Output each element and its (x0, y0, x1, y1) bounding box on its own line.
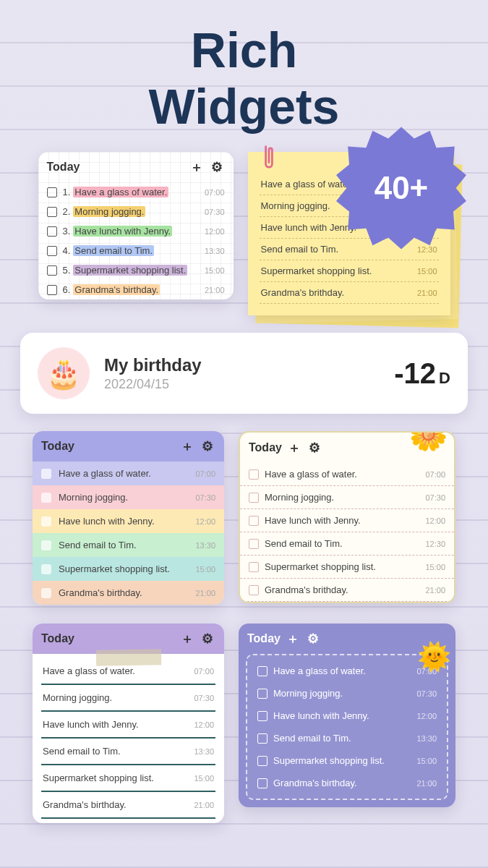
add-icon[interactable]: ＋ (285, 631, 301, 647)
task-row[interactable]: 6. Grandma's birthday. 21:00 (38, 280, 234, 299)
checkbox[interactable] (257, 711, 267, 721)
task-row[interactable]: 2. Morning jogging. 07:30 (38, 202, 234, 221)
task-time: 12:00 (425, 516, 445, 525)
task-label: Have lunch with Jenny. (43, 719, 189, 730)
checkbox[interactable] (249, 539, 259, 549)
task-time: 15:00 (195, 565, 215, 574)
task-row[interactable]: 1. Have a glass of water. 07:00 (38, 182, 234, 202)
checkbox[interactable] (249, 562, 259, 572)
checkbox[interactable] (257, 666, 267, 676)
task-row[interactable]: Morning jogging. 07:30 (250, 682, 444, 705)
add-icon[interactable]: ＋ (179, 631, 195, 647)
task-label: Have a glass of water. (273, 665, 412, 676)
task-row[interactable]: Supermarket shopping list. 15:00 (41, 765, 215, 792)
checkbox[interactable] (257, 756, 267, 766)
task-row[interactable]: 4. Send email to Tim. 13:30 (38, 241, 234, 260)
widget-title: Today (41, 632, 74, 645)
task-row[interactable]: Supermarket shopping list. 15:00 (240, 556, 454, 579)
task-time: 21:00 (194, 801, 214, 809)
checkbox[interactable] (47, 246, 57, 256)
task-row[interactable]: Grandma's brithday. 21:00 (240, 579, 454, 602)
checkbox[interactable] (41, 588, 51, 598)
task-row[interactable]: Send email to Tim. 13:30 (41, 739, 215, 765)
widget-grid-todo[interactable]: Today ＋ ⚙ 1. Have a glass of water. 07:0… (38, 152, 234, 299)
task-label: Send email to Tim. (43, 746, 189, 757)
task-number: 5. (63, 265, 71, 276)
gear-icon[interactable]: ⚙ (209, 159, 225, 175)
task-label: Morning jogging. (265, 492, 421, 503)
gear-icon[interactable]: ⚙ (307, 440, 322, 456)
task-label: Send email to Tim. (273, 733, 412, 744)
task-label: Morning jogging. (59, 492, 191, 503)
countdown-title: My birthday (104, 355, 380, 375)
task-time: 07:00 (194, 667, 214, 676)
gear-icon[interactable]: ⚙ (200, 631, 215, 647)
checkbox[interactable] (47, 285, 57, 295)
task-row[interactable]: Supermarket shopping list. 15:00 (250, 749, 444, 772)
task-row[interactable]: Supermarket shopping list. 15:00 (33, 557, 224, 581)
checkbox[interactable] (249, 493, 259, 503)
checkbox[interactable] (47, 226, 57, 237)
checkbox[interactable] (249, 469, 259, 480)
widget-tape-todo[interactable]: Today ＋ ⚙ Have a glass of water. 07:00Mo… (33, 624, 224, 823)
checkbox[interactable] (257, 689, 267, 699)
checkbox[interactable] (47, 265, 57, 276)
task-time: 21:00 (416, 779, 437, 788)
task-row[interactable]: Morning jogging. 07:30 (41, 685, 215, 712)
task-row[interactable]: Morning jogging. 07:30 (33, 485, 224, 509)
widget-countdown[interactable]: 🎂 My birthday 2022/04/15 -12D (20, 333, 468, 414)
task-label: Morning jogging. (43, 692, 189, 703)
checkbox[interactable] (41, 564, 51, 574)
task-label: Send email to Tim. (59, 540, 191, 550)
task-time: 07:30 (416, 689, 437, 698)
task-label: Grandma's birthday. (43, 799, 189, 810)
checkbox[interactable] (41, 516, 51, 527)
checkbox[interactable] (257, 778, 267, 788)
checkbox[interactable] (47, 187, 57, 197)
task-time: 13:30 (194, 747, 214, 756)
checkbox[interactable] (41, 540, 51, 550)
task-row[interactable]: Have a glass of water. 07:00 (240, 463, 454, 486)
checkbox[interactable] (257, 733, 267, 744)
task-row[interactable]: Have lunch with Jenny. 12:00 (41, 712, 215, 739)
task-row[interactable]: Have lunch with Jenny. 12:00 (240, 509, 454, 532)
checkbox[interactable] (41, 493, 51, 503)
add-icon[interactable]: ＋ (179, 438, 195, 454)
checkbox[interactable] (47, 207, 57, 217)
task-row[interactable]: Have lunch with Jenny. 12:00 (250, 705, 444, 727)
task-row[interactable]: Grandma's brithday. 21:00 (260, 282, 439, 304)
gear-icon[interactable]: ⚙ (200, 438, 215, 454)
task-row[interactable]: 3. Have lunch with Jenny. 12:00 (38, 221, 234, 241)
task-row[interactable]: Supermarket shopping list. 15:00 (260, 260, 439, 282)
widget-color-rows[interactable]: Today ＋ ⚙ Have a glass of water. 07:00 M… (33, 431, 224, 605)
task-time: 21:00 (417, 289, 437, 297)
task-row[interactable]: Send email to Tim. 13:30 (250, 727, 444, 749)
checkbox[interactable] (249, 516, 259, 526)
task-time: 12:00 (195, 517, 215, 526)
task-label: Morning jogging. (273, 688, 412, 699)
task-label: Supermarket shopping list. (43, 773, 189, 783)
checkbox[interactable] (41, 469, 51, 479)
task-row[interactable]: 5. Supermarket shopping list. 15:00 (38, 260, 234, 280)
task-row[interactable]: Morning jogging. 07:30 (240, 486, 454, 509)
task-row[interactable]: Grandma's birthday. 21:00 (41, 792, 215, 819)
widget-purple-todo[interactable]: Today ＋ ⚙ 🌞 Have a glass of water. 07:00… (239, 624, 455, 807)
task-row[interactable]: Have a glass of water. 07:00 (250, 660, 444, 682)
task-row[interactable]: Grandma's birthday. 21:00 (250, 772, 444, 794)
widget-flower-todo[interactable]: 🌼 Today ＋ ⚙ Have a glass of water. 07:00… (239, 431, 455, 603)
task-time: 07:30 (195, 493, 215, 502)
tape-decoration (95, 650, 160, 667)
add-icon[interactable]: ＋ (286, 440, 302, 456)
task-row[interactable]: Grandma's birthday. 21:00 (33, 581, 224, 605)
add-icon[interactable]: ＋ (189, 159, 205, 175)
task-row[interactable]: Send email to Tim. 13:30 (33, 533, 224, 557)
task-row[interactable]: Have lunch with Jenny. 12:00 (33, 509, 224, 533)
checkbox[interactable] (249, 585, 259, 595)
task-row[interactable]: Send email to Tim. 12:30 (240, 532, 454, 556)
task-label: Grandma's birthday. (273, 778, 412, 788)
gear-icon[interactable]: ⚙ (305, 631, 321, 647)
task-row[interactable]: Have a glass of water. 07:00 (33, 461, 224, 485)
task-label: Have a glass of water. (73, 187, 200, 197)
task-time: 15:00 (425, 563, 445, 571)
widget-title: Today (247, 632, 281, 645)
